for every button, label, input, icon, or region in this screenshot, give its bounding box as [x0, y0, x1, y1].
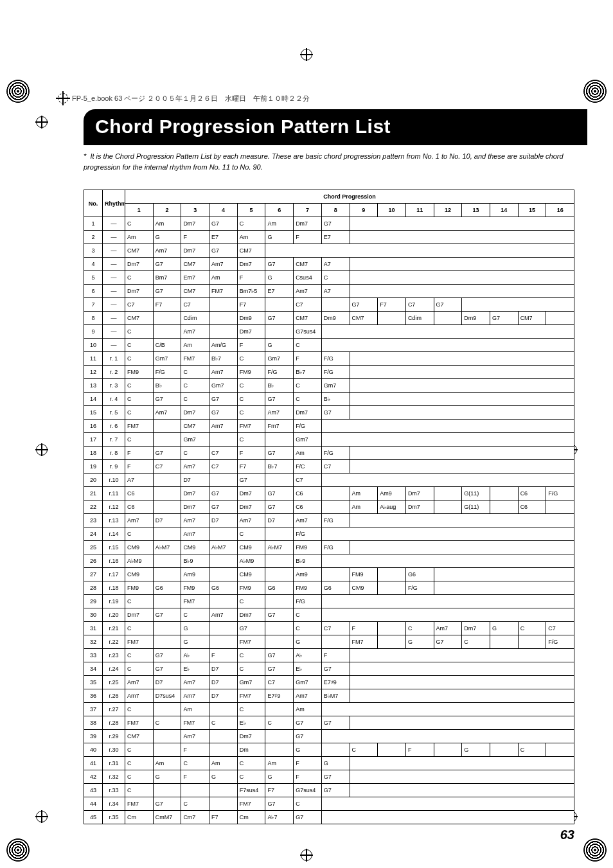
chord-cell: A♭aug	[378, 500, 406, 514]
empty-span	[321, 420, 574, 433]
chord-cell	[181, 784, 209, 797]
table-row: 4—Dm7G7CM7Am7Dm7G7CM7A7	[84, 258, 574, 271]
table-row: 21r.11C6Dm7G7Dm7G7C6AmAm9Dm7G(11)C6F/G	[84, 487, 574, 500]
chord-cell: E♭	[237, 716, 265, 730]
chord-cell	[265, 730, 294, 743]
col-num-11: 11	[405, 204, 434, 217]
chord-cell	[209, 298, 238, 312]
chord-cell: FM9	[294, 581, 322, 595]
empty-span	[321, 811, 574, 824]
col-num-15: 15	[518, 204, 546, 217]
table-row: 11r. 1CGm7FM7B♭7CGm7FF/G	[84, 352, 574, 366]
registration-mark-top-left	[6, 80, 30, 103]
chord-cell: C	[125, 784, 154, 797]
chord-cell: Am7	[237, 514, 265, 527]
row-rhythm: —	[103, 271, 125, 285]
chord-cell: CmM7	[153, 811, 181, 824]
chord-cell: G7	[153, 393, 181, 406]
chord-cell: E7♯9	[265, 689, 294, 703]
chord-cell: G	[490, 622, 518, 635]
empty-span	[546, 500, 574, 514]
row-no: 18	[84, 447, 103, 460]
row-no: 15	[84, 406, 103, 420]
chord-cell: F7	[237, 460, 265, 474]
row-rhythm: —	[103, 339, 125, 352]
chord-cell: F	[209, 649, 238, 662]
row-no: 22	[84, 500, 103, 514]
chord-cell: Dm7	[237, 325, 265, 339]
chord-cell	[153, 568, 181, 581]
chord-cell: C7	[294, 298, 322, 312]
row-rhythm: r.25	[103, 676, 125, 689]
row-rhythm: r.27	[103, 703, 125, 716]
chord-cell: B♭	[321, 393, 350, 406]
chord-cell: F	[350, 622, 378, 635]
chord-cell: G7	[350, 298, 378, 312]
chord-cell: C	[181, 797, 209, 811]
chord-cell: C	[237, 379, 265, 393]
row-no: 39	[84, 730, 103, 743]
empty-span	[321, 554, 574, 568]
chord-cell: A7	[321, 258, 350, 271]
chord-cell: C	[125, 406, 154, 420]
empty-span	[321, 703, 574, 716]
title-text: Chord Progression Pattern List	[95, 116, 391, 137]
chord-cell: Am	[294, 703, 322, 716]
chord-cell: C	[237, 770, 265, 784]
chord-cell: D7	[209, 676, 238, 689]
chord-cell: G7	[294, 811, 322, 824]
table-row: 39r.29CM7Am7Dm7G7	[84, 730, 574, 743]
chord-cell: C	[181, 393, 209, 406]
chord-cell: F	[294, 757, 322, 770]
table-row: 7—C7F7C7F7C7G7F7C7G7	[84, 298, 574, 312]
chord-cell: Am	[153, 217, 181, 231]
chord-cell: Cdim	[405, 312, 434, 325]
registration-mark-bottom-left	[6, 838, 30, 862]
chord-cell: Dm7	[181, 217, 209, 231]
chord-cell: G	[181, 622, 209, 635]
file-header-text: FP-5_e.book 63 ページ ２００５年１月２６日 水曜日 午前１０時２…	[72, 94, 310, 103]
chord-cell: E7	[321, 231, 350, 244]
chord-cell: E7	[209, 231, 238, 244]
row-rhythm: r. 5	[103, 406, 125, 420]
file-header: FP-5_e.book 63 ページ ２００５年１月２６日 水曜日 午前１０時２…	[58, 93, 581, 103]
chord-cell: D7sus4	[153, 689, 181, 703]
chord-cell	[209, 474, 238, 487]
table-row: 2—AmGFE7AmGFE7	[84, 231, 574, 244]
chord-cell: FM9	[294, 541, 322, 554]
table-row: 1—CAmDm7G7CAmDm7G7	[84, 217, 574, 231]
chord-cell: Am	[209, 271, 238, 285]
chord-cell: Dm7	[181, 500, 209, 514]
row-rhythm: —	[103, 231, 125, 244]
chord-cell: Bm7	[153, 271, 181, 285]
chord-cell: F7	[237, 298, 265, 312]
chord-cell: G7	[294, 730, 322, 743]
row-rhythm: r.32	[103, 770, 125, 784]
table-row: 41r.31CAmCAmCAmFG	[84, 757, 574, 770]
chord-cell: G(11)	[462, 500, 490, 514]
chord-cell	[378, 743, 406, 757]
chord-cell: G7	[153, 797, 181, 811]
chord-cell	[153, 703, 181, 716]
chord-cell: C7	[209, 460, 238, 474]
chord-cell: C	[265, 716, 294, 730]
chord-cell: F/G	[546, 487, 574, 500]
chord-cell: G7	[265, 662, 294, 676]
chord-cell: A7	[321, 285, 350, 298]
chord-cell: G7	[209, 393, 238, 406]
chord-cell: G7	[294, 716, 322, 730]
chord-cell	[434, 500, 462, 514]
chord-cell	[209, 595, 238, 608]
table-row: 37r.27CAmCAm	[84, 703, 574, 716]
row-no: 12	[84, 366, 103, 379]
chord-cell: FM7	[125, 635, 154, 649]
crosshair-bottom	[300, 849, 313, 862]
chord-cell: C	[237, 595, 265, 608]
chord-cell: Gm7	[181, 433, 209, 447]
row-rhythm: r.34	[103, 797, 125, 811]
chord-cell: Am	[209, 757, 238, 770]
row-no: 42	[84, 770, 103, 784]
chord-cell: G	[265, 231, 294, 244]
chord-cell: G7sus4	[294, 325, 322, 339]
chord-cell: F7	[265, 784, 294, 797]
